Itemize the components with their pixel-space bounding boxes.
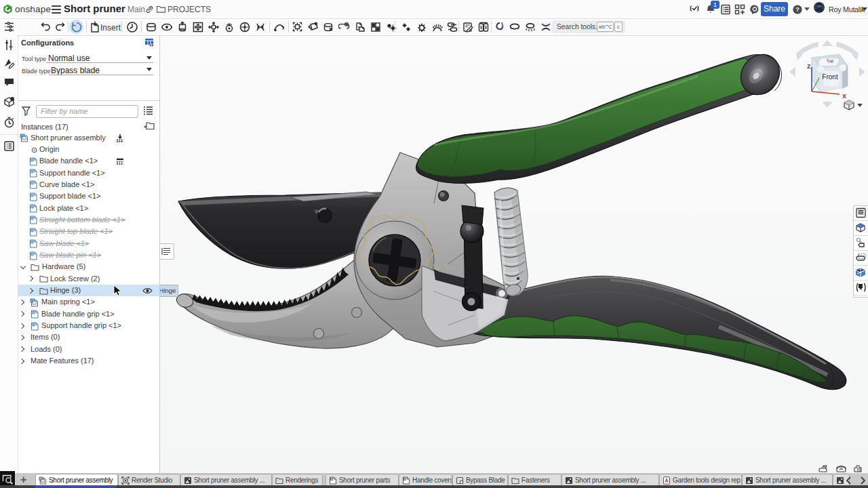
svg-text:x: x [842, 92, 847, 100]
svg-text:z: z [807, 62, 811, 70]
svg-text:Front: Front [822, 73, 838, 81]
svg-text:?: ? [795, 5, 800, 13]
